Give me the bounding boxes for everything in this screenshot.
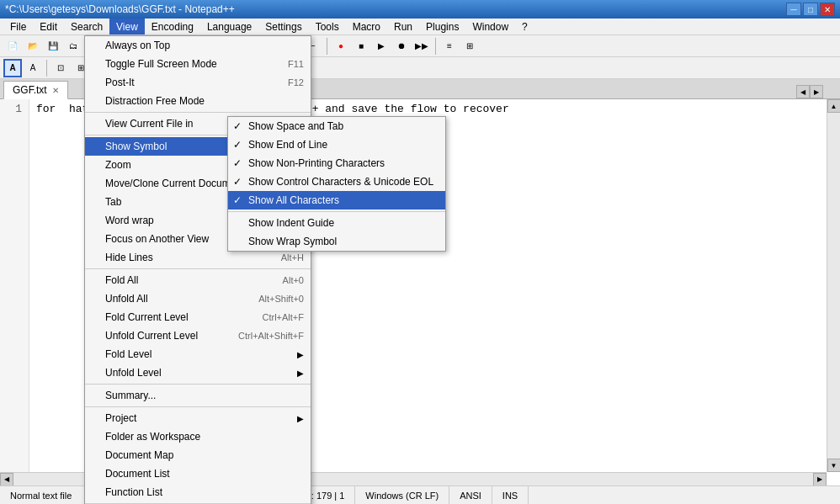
menu-function-list[interactable]: Function List — [85, 483, 311, 501]
arrow-icon: ▶ — [297, 414, 304, 423]
line-number-1: 1 — [7, 103, 22, 115]
menu-label: Move/Clone Current Document — [105, 178, 244, 189]
menu-unfold-current-level[interactable]: Unfold Current Level Ctrl+Alt+Shift+F — [85, 326, 311, 345]
save-all-button[interactable]: 🗂 — [64, 37, 82, 56]
close-button[interactable]: ✕ — [820, 3, 835, 16]
menu-label: Tab — [105, 196, 121, 208]
menu-file[interactable]: File — [3, 19, 33, 34]
arrow-icon: ▶ — [297, 369, 304, 378]
tb2-btn1[interactable]: A — [3, 59, 22, 77]
menu-unfold-level[interactable]: Unfold Level ▶ — [85, 363, 311, 382]
status-line-endings: Windows (CR LF) — [355, 486, 449, 504]
submenu-show-wrap-symbol[interactable]: Show Wrap Symbol — [228, 232, 445, 251]
menu-post-it[interactable]: Post-It F12 — [85, 73, 311, 92]
submenu-label: Show End of Line — [248, 139, 327, 151]
menu-always-on-top[interactable]: Always on Top — [85, 36, 311, 55]
menu-edit[interactable]: Edit — [33, 19, 64, 34]
menu-label: Document List — [105, 468, 170, 480]
toolbar2-sep-1 — [46, 60, 47, 77]
run-macro-button[interactable]: ▶▶ — [412, 37, 431, 56]
menu-search[interactable]: Search — [64, 19, 109, 34]
menu-plugins[interactable]: Plugins — [419, 19, 465, 34]
submenu-show-control-chars[interactable]: ✓ Show Control Characters & Unicode EOL — [228, 172, 445, 191]
menu-help[interactable]: ? — [515, 19, 534, 34]
hscroll-left[interactable]: ◀ — [0, 473, 13, 486]
submenu-show-non-printing[interactable]: ✓ Show Non-Printing Characters — [228, 154, 445, 172]
submenu-label: Show Wrap Symbol — [248, 236, 337, 247]
tab-scroll-left[interactable]: ◀ — [796, 85, 810, 98]
shortcut-label: Ctrl+Alt+F — [245, 312, 304, 322]
tab-ggf[interactable]: GGF.txt ✕ — [3, 81, 68, 99]
submenu-show-all-chars[interactable]: ✓ Show All Characters — [228, 191, 445, 210]
check-icon: ✓ — [233, 120, 242, 132]
menu-label: Fold All — [105, 274, 138, 286]
toolbar-sep-6 — [327, 38, 327, 55]
submenu-show-indent-guide[interactable]: Show Indent Guide — [228, 214, 445, 232]
menu-label: Function List — [105, 486, 162, 498]
menu-divider-1 — [85, 112, 311, 113]
tab-scroll-right[interactable]: ▶ — [810, 85, 823, 98]
check-icon: ✓ — [233, 139, 242, 151]
tb2-btn2[interactable]: A — [24, 59, 42, 77]
menu-label: Summary... — [105, 390, 156, 401]
menu-project[interactable]: Project ▶ — [85, 409, 311, 427]
minimize-button[interactable]: ─ — [786, 3, 801, 16]
menu-fold-level[interactable]: Fold Level ▶ — [85, 345, 311, 363]
open-button[interactable]: 📂 — [24, 37, 42, 56]
menu-run[interactable]: Run — [387, 19, 419, 34]
hscroll-right[interactable]: ▶ — [813, 473, 827, 486]
menu-toggle-fullscreen[interactable]: Toggle Full Screen Mode F11 — [85, 55, 311, 73]
check-icon: ✓ — [233, 176, 242, 188]
menu-encoding[interactable]: Encoding — [145, 19, 200, 34]
menu-macro[interactable]: Macro — [346, 19, 387, 34]
check-icon: ✓ — [233, 157, 242, 169]
menu-tools[interactable]: Tools — [309, 19, 346, 34]
menu-view[interactable]: View — [109, 19, 145, 34]
maximize-button[interactable]: □ — [803, 3, 818, 16]
menu-distraction-free[interactable]: Distraction Free Mode — [85, 92, 311, 110]
menu-label: Project — [105, 412, 136, 424]
vscroll-down[interactable]: ▼ — [827, 459, 841, 472]
menu-document-list[interactable]: Document List — [85, 464, 311, 483]
menu-label: Show Symbol — [105, 141, 167, 152]
submenu-divider-1 — [228, 211, 445, 212]
save-button[interactable]: 💾 — [44, 37, 62, 56]
vscroll-up[interactable]: ▲ — [827, 99, 841, 113]
menu-settings[interactable]: Settings — [258, 19, 308, 34]
play-button[interactable]: ▶ — [372, 37, 391, 56]
title-controls: ─ □ ✕ — [786, 3, 835, 16]
menu-fold-current-level[interactable]: Fold Current Level Ctrl+Alt+F — [85, 308, 311, 326]
stop-button[interactable]: ■ — [352, 37, 370, 56]
menu-document-map[interactable]: Document Map — [85, 446, 311, 464]
menu-label: Unfold Current Level — [105, 330, 198, 342]
record-button[interactable]: ● — [332, 37, 350, 56]
menu-folder-workspace[interactable]: Folder as Workspace — [85, 427, 311, 446]
menu-fold-all[interactable]: Fold All Alt+0 — [85, 271, 311, 289]
check-icon: ✓ — [233, 194, 242, 206]
menu-label: Distraction Free Mode — [105, 95, 205, 107]
vertical-scrollbar[interactable]: ▲ ▼ — [827, 99, 840, 472]
view-menu-dropdown: Always on Top Toggle Full Screen Mode F1… — [84, 35, 311, 504]
menu-divider-3 — [85, 268, 311, 269]
shortcut-label: F12 — [271, 77, 304, 88]
title-text: *C:\Users\getesys\Downloads\GGF.txt - No… — [5, 3, 235, 15]
menu-label: Fold Current Level — [105, 311, 189, 323]
title-bar: *C:\Users\getesys\Downloads\GGF.txt - No… — [0, 0, 840, 19]
save-macro-button[interactable]: ⏺ — [392, 37, 411, 56]
tb-extra-2[interactable]: ⊞ — [460, 37, 479, 56]
menu-language[interactable]: Language — [200, 19, 258, 34]
shortcut-label: Ctrl+Alt+Shift+F — [221, 331, 304, 341]
menu-label: Post-It — [105, 77, 135, 88]
shortcut-label: F11 — [271, 59, 304, 69]
toolbar-sep-7 — [435, 38, 436, 55]
menu-window[interactable]: Window — [465, 19, 515, 34]
submenu-show-space-tab[interactable]: ✓ Show Space and Tab — [228, 117, 445, 135]
menu-summary[interactable]: Summary... — [85, 386, 311, 405]
menu-unfold-all[interactable]: Unfold All Alt+Shift+0 — [85, 289, 311, 308]
tb2-btn3[interactable]: ⊡ — [51, 59, 70, 77]
submenu-show-eol[interactable]: ✓ Show End of Line — [228, 135, 445, 154]
menu-label: Document Map — [105, 449, 173, 461]
tab-close-icon[interactable]: ✕ — [52, 86, 59, 95]
new-button[interactable]: 📄 — [3, 37, 22, 56]
tb-extra-1[interactable]: ≡ — [440, 37, 459, 56]
